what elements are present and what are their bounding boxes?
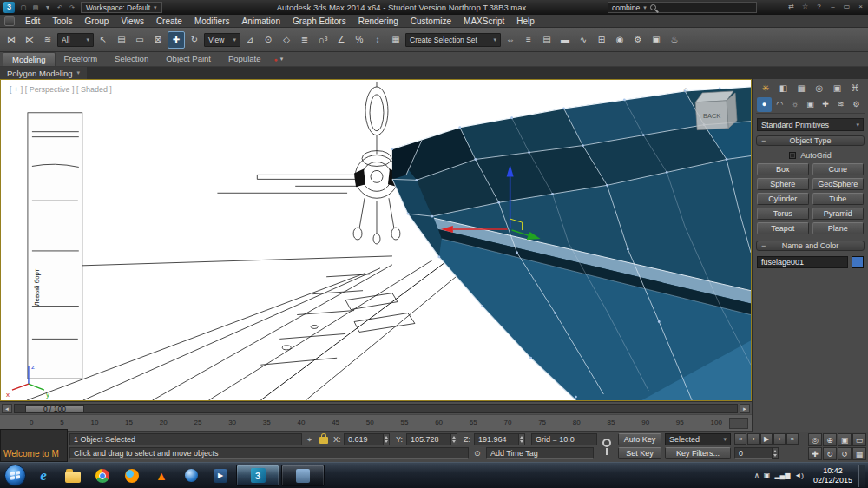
track-bar[interactable]: 0510152025303540455055606570758085909510…	[0, 414, 752, 432]
primitive-category-dropdown[interactable]: Standard Primitives	[757, 118, 864, 131]
name-color-rollout[interactable]: − Name and Color	[756, 241, 865, 251]
zoom-icon[interactable]: ◎	[808, 433, 822, 446]
z-spinner[interactable]	[518, 433, 525, 445]
action-center-icon[interactable]: ▣	[764, 472, 771, 479]
selection-filter-dropdown[interactable]: All	[57, 33, 94, 47]
maximize-viewport-icon[interactable]: ▦	[852, 447, 866, 460]
object-type-button[interactable]: Torus	[757, 208, 809, 220]
object-type-button[interactable]: Cone	[812, 163, 865, 175]
menu-item[interactable]: Create	[150, 15, 188, 28]
windows-explorer-icon[interactable]	[58, 465, 88, 487]
layer-manager-icon[interactable]: ▤	[538, 31, 556, 49]
add-time-tag[interactable]: Add Time Tag	[486, 447, 594, 459]
menu-item[interactable]: Customize	[404, 15, 457, 28]
object-type-rollout[interactable]: − Object Type	[756, 135, 865, 146]
bind-to-spacewarp-icon[interactable]: ≋	[39, 31, 56, 49]
polygon-modeling-tab[interactable]: Polygon Modeling	[0, 67, 87, 79]
play-button[interactable]: ▶	[760, 433, 773, 445]
tab-modify[interactable]: ◧	[776, 82, 792, 96]
rendered-frame-icon[interactable]: ▣	[648, 31, 665, 49]
previous-frame-button[interactable]: ‹	[747, 433, 760, 445]
category-shapes[interactable]: ◠	[773, 97, 787, 112]
key-filters-button[interactable]: Key Filters...	[665, 447, 731, 459]
x-spinner[interactable]	[383, 433, 390, 445]
communication-center-icon[interactable]: ⇄	[786, 2, 797, 12]
internet-explorer-icon[interactable]: e	[29, 465, 58, 487]
view-cube-back-face[interactable]: BACK	[703, 112, 720, 120]
taskbar-window-secondary[interactable]	[281, 465, 325, 486]
angle-snap-icon[interactable]: ∠	[332, 31, 350, 49]
category-lights[interactable]: ☼	[787, 97, 802, 112]
new-file-icon[interactable]: ▢	[18, 3, 29, 13]
ribbon-minimize-icon[interactable]: ▾	[280, 56, 284, 63]
curve-editor-icon[interactable]: ∿	[575, 31, 592, 49]
object-color-swatch[interactable]	[852, 256, 864, 268]
viewcube-home-icon[interactable]: ⌂	[683, 85, 687, 94]
object-type-button[interactable]: GeoSphere	[812, 178, 865, 190]
isolate-selection-icon[interactable]: ⌖	[307, 433, 312, 445]
welcome-window[interactable]: Welcome to M	[0, 429, 68, 462]
viewport-label[interactable]: [ + ] [ Perspective ] [ Shaded ]	[10, 85, 112, 94]
restore-button[interactable]: ▭	[841, 2, 852, 12]
percent-snap-icon[interactable]: %	[351, 31, 368, 49]
time-slider-left-arrow[interactable]: ◄	[2, 404, 12, 413]
infocenter-search[interactable]: combine ▾	[608, 2, 757, 13]
ribbon-tab[interactable]: Selection	[106, 52, 157, 66]
unlink-selection-icon[interactable]: ⋉	[21, 31, 38, 49]
edit-named-selections-icon[interactable]: ▦	[387, 31, 404, 49]
menu-item[interactable]: Rendering	[352, 15, 404, 28]
frame-spinner[interactable]	[772, 447, 779, 459]
category-geometry[interactable]: ●	[757, 97, 772, 112]
select-and-scale-icon[interactable]: ⊿	[241, 31, 259, 49]
ribbon-tab[interactable]: Populate	[220, 52, 270, 66]
object-type-button[interactable]: Box	[757, 163, 809, 175]
help-icon[interactable]: ?	[813, 2, 825, 12]
y-spinner[interactable]	[450, 433, 457, 445]
category-helpers[interactable]: ✚	[819, 97, 833, 112]
start-button[interactable]	[4, 465, 26, 486]
select-and-manipulate-icon[interactable]: ◇	[278, 31, 295, 49]
chrome-icon[interactable]	[88, 465, 117, 487]
reference-coordinate-dropdown[interactable]: View	[204, 33, 240, 47]
selection-region-icon[interactable]: ▭	[131, 31, 148, 49]
z-coordinate-field[interactable]: 191.964	[474, 433, 519, 445]
object-type-button[interactable]: Cylinder	[757, 193, 809, 205]
minimize-button[interactable]: –	[827, 2, 838, 12]
go-to-start-button[interactable]: «	[734, 433, 746, 445]
orbit-icon[interactable]: ↻	[823, 447, 837, 460]
volume-icon[interactable]: ◄)	[794, 472, 804, 479]
selection-lock-icon[interactable]	[319, 437, 328, 444]
current-frame-field[interactable]: 0	[734, 447, 773, 459]
workspace-dropdown[interactable]: Workspace: Default▾	[81, 2, 162, 13]
application-menu-button[interactable]: 3	[3, 2, 15, 13]
zoom-extents-icon[interactable]: ▣	[838, 433, 852, 446]
spinner-snap-icon[interactable]: ↕	[369, 31, 386, 49]
auto-key-button[interactable]: Auto Key	[618, 433, 661, 445]
select-and-rotate-icon[interactable]: ↻	[186, 31, 203, 49]
menu-item[interactable]: Group	[79, 15, 115, 28]
favorites-icon[interactable]: ☆	[799, 2, 811, 12]
object-type-button[interactable]: Plane	[812, 222, 865, 234]
snaps-toggle-icon[interactable]: ∩³	[314, 31, 332, 49]
go-to-end-button[interactable]: »	[786, 433, 799, 445]
max-logo-icon[interactable]	[4, 16, 15, 26]
y-coordinate-field[interactable]: 105.728	[406, 433, 451, 445]
tab-motion[interactable]: ◎	[812, 82, 827, 96]
render-production-icon[interactable]: ♨	[666, 31, 683, 49]
category-spacewarps[interactable]: ≋	[833, 97, 848, 112]
graphite-ribbon-icon[interactable]: ▬	[556, 31, 574, 49]
undo-icon[interactable]: ↶	[55, 3, 65, 13]
redo-icon[interactable]: ↷	[67, 3, 77, 13]
menu-item[interactable]: MAXScript	[457, 15, 510, 28]
set-key-button[interactable]: Set Key	[618, 447, 661, 459]
search-icon[interactable]	[650, 4, 656, 10]
blue-app-icon[interactable]	[176, 465, 206, 487]
object-type-button[interactable]: Teapot	[757, 222, 809, 234]
zoom-all-icon[interactable]: ⊕	[823, 433, 837, 446]
menu-item[interactable]: Tools	[46, 15, 78, 28]
network-icon[interactable]: ▂▄▆	[774, 472, 790, 479]
x-coordinate-field[interactable]: 0.619	[344, 433, 384, 445]
select-object-icon[interactable]: ↖	[95, 31, 112, 49]
firefox-icon[interactable]	[117, 465, 147, 487]
media-player-icon[interactable]: ▶	[206, 465, 235, 487]
